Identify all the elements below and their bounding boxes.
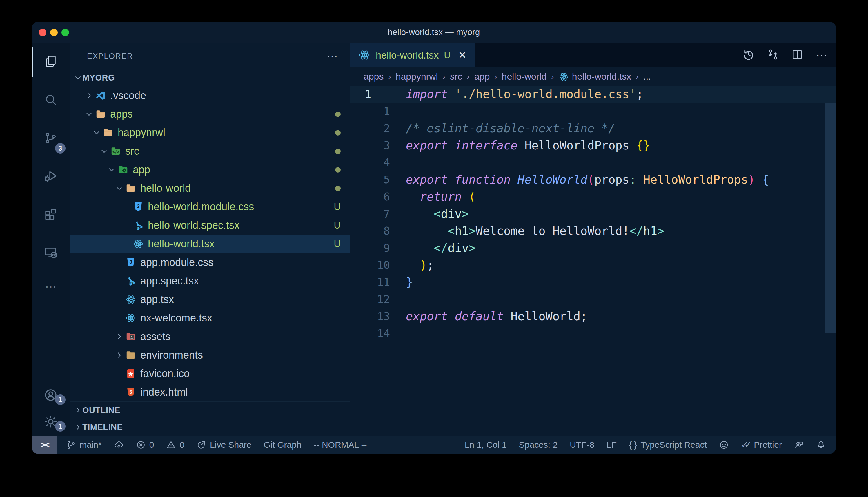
- breadcrumb-item-apps[interactable]: apps: [363, 71, 384, 82]
- tree-item-app[interactable]: app: [70, 160, 350, 179]
- tree-item-src[interactable]: </>src: [70, 142, 350, 160]
- status-label: LF: [606, 440, 617, 450]
- tree-item-hello-world-tsx[interactable]: hello-world.tsxU: [70, 235, 350, 253]
- react-icon: [358, 49, 371, 61]
- breadcrumb-separator: ›: [467, 72, 470, 81]
- status-prettier[interactable]: ✓✓Prettier: [741, 440, 782, 450]
- zoom-window-button[interactable]: [61, 29, 69, 36]
- tree-item-environments[interactable]: environments: [70, 346, 350, 364]
- status-indentation[interactable]: Spaces: 2: [519, 440, 557, 450]
- minimize-window-button[interactable]: [50, 29, 58, 36]
- chevron-right-icon: [115, 332, 124, 341]
- activity-explorer[interactable]: [32, 43, 70, 81]
- tree-item-label: app: [133, 164, 150, 176]
- file-tree: .vscodeappshappynrwl</>srcapphello-world…: [70, 86, 350, 401]
- activity-search[interactable]: [32, 81, 70, 119]
- tree-item-index-html[interactable]: 5index.html: [70, 383, 350, 401]
- status-label: Live Share: [210, 440, 251, 450]
- activity-extensions[interactable]: [32, 196, 70, 234]
- activity-accounts[interactable]: 1: [32, 382, 70, 409]
- status-publish[interactable]: [114, 440, 124, 450]
- split-editor-button[interactable]: [789, 47, 806, 63]
- open-changes-button[interactable]: [740, 47, 757, 63]
- breadcrumb-item-hello-world-tsx[interactable]: hello-world.tsx: [559, 71, 631, 82]
- breadcrumb-item-app[interactable]: app: [474, 71, 490, 82]
- code-editor[interactable]: 1import './hello-world.module.css';12/* …: [350, 86, 836, 436]
- status-eol[interactable]: LF: [606, 440, 617, 450]
- code-line: 14: [350, 325, 836, 342]
- tree-item-hello-world-spec-tsx[interactable]: TShello-world.spec.tsxU: [70, 216, 350, 235]
- tree-item-favicon-ico[interactable]: favicon.ico: [70, 364, 350, 383]
- status-errors[interactable]: 0: [136, 440, 154, 450]
- status-github[interactable]: [719, 440, 729, 450]
- status-language-mode[interactable]: { }TypeScript React: [629, 440, 707, 450]
- status-feedback[interactable]: [794, 440, 804, 450]
- activity-bar: 3⋯11: [32, 43, 70, 436]
- activity-run-debug[interactable]: [32, 158, 70, 196]
- close-tab-icon[interactable]: ✕: [458, 49, 467, 61]
- views-and-more-actions-icon[interactable]: ⋯: [327, 53, 338, 59]
- tree-item-apps[interactable]: apps: [70, 105, 350, 123]
- svg-text:3: 3: [129, 259, 132, 265]
- line-number: 9: [350, 242, 406, 254]
- tree-item-app-spec-tsx[interactable]: TSapp.spec.tsx: [70, 272, 350, 290]
- activity-remote-explorer[interactable]: [32, 234, 70, 272]
- braces-icon: { }: [629, 440, 637, 450]
- activity-more-views[interactable]: ⋯: [32, 272, 70, 301]
- git-modified-dot: [335, 130, 341, 136]
- tree-item-happynrwl[interactable]: happynrwl: [70, 123, 350, 142]
- indent-guide: [420, 205, 421, 257]
- activity-source-control[interactable]: 3: [32, 119, 70, 158]
- tree-item-assets[interactable]: assets: [70, 327, 350, 346]
- status-notifications[interactable]: [816, 440, 826, 450]
- status-label: UTF-8: [570, 440, 594, 450]
- favicon-icon: [125, 368, 136, 379]
- chevron-right-icon: [115, 351, 124, 359]
- more-actions-button[interactable]: ⋯: [813, 47, 830, 63]
- breadcrumb-item-src[interactable]: src: [450, 71, 463, 82]
- line-number: 2: [350, 122, 406, 135]
- tree-item-label: app.module.css: [140, 256, 213, 269]
- react-icon: [125, 294, 136, 305]
- status-live-share[interactable]: Live Share: [196, 440, 251, 450]
- remote-indicator[interactable]: ><: [32, 436, 57, 454]
- status-label: 0: [149, 440, 154, 450]
- tab-hello-world-tsx[interactable]: hello-world.tsx U ✕: [350, 43, 474, 67]
- section-label: MYORG: [82, 73, 115, 83]
- status-vim-mode[interactable]: -- NORMAL --: [314, 440, 367, 450]
- status-cursor-position[interactable]: Ln 1, Col 1: [465, 440, 507, 450]
- ellipsis-icon: ⋯: [816, 48, 827, 62]
- tree-item-app-tsx[interactable]: app.tsx: [70, 290, 350, 309]
- tree-item-nx-welcome-tsx[interactable]: nx-welcome.tsx: [70, 309, 350, 327]
- sidebar-header: EXPLORER ⋯: [70, 43, 350, 70]
- breadcrumb-separator: ›: [636, 72, 638, 81]
- tree-item-app-module-css[interactable]: 3app.module.css: [70, 253, 350, 272]
- breadcrumb-item--[interactable]: ...: [643, 71, 651, 82]
- close-window-button[interactable]: [39, 29, 46, 36]
- section-header-myorg[interactable]: MYORG: [70, 70, 350, 86]
- activity-badge: 1: [55, 395, 66, 405]
- breadcrumb-label: ...: [643, 71, 651, 82]
- status-encoding[interactable]: UTF-8: [570, 440, 594, 450]
- tree-item--vscode[interactable]: .vscode: [70, 86, 350, 105]
- activity-settings[interactable]: 1: [32, 409, 70, 436]
- line-number: 11: [350, 276, 406, 288]
- section-header-timeline[interactable]: TIMELINE: [70, 418, 350, 436]
- status-label: main*: [80, 440, 102, 450]
- section-header-outline[interactable]: OUTLINE: [70, 401, 350, 418]
- status-git-branch[interactable]: main*: [66, 440, 102, 450]
- breadcrumb-item-happynrwl[interactable]: happynrwl: [396, 71, 438, 82]
- tree-item-hello-world[interactable]: hello-world: [70, 179, 350, 198]
- react-icon: [125, 313, 136, 324]
- line-number: 14: [350, 327, 406, 340]
- status-warnings[interactable]: 0: [166, 440, 184, 450]
- breadcrumb-item-hello-world[interactable]: hello-world: [502, 71, 547, 82]
- react-icon: [559, 72, 569, 82]
- code-line: 4: [350, 154, 836, 171]
- status-left: main*00Live ShareGit Graph-- NORMAL --: [66, 440, 367, 450]
- git-modified-dot: [335, 186, 341, 191]
- compare-button[interactable]: [764, 47, 781, 63]
- tree-item-hello-world-module-css[interactable]: 3hello-world.module.cssU: [70, 198, 350, 216]
- status-git-graph[interactable]: Git Graph: [264, 440, 302, 450]
- breadcrumb-separator: ›: [388, 72, 391, 81]
